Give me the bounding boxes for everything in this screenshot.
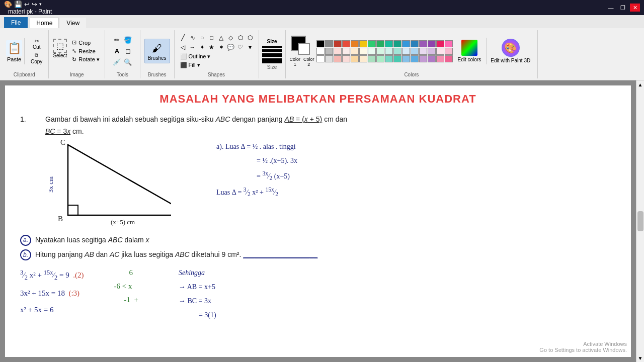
color-cell[interactable] — [351, 55, 359, 62]
color-cell[interactable] — [385, 40, 393, 47]
text-button[interactable]: A — [112, 46, 122, 56]
color-cell[interactable] — [385, 55, 393, 62]
shape-arrow[interactable]: → — [188, 43, 197, 52]
shape-line[interactable]: ╱ — [179, 33, 188, 42]
color-cell[interactable] — [419, 55, 427, 62]
rotate-button[interactable]: ↻ Rotate ▾ — [71, 56, 100, 63]
customize-icon[interactable]: ▾ — [39, 2, 42, 7]
cut-button[interactable]: ✂ Cut — [29, 37, 44, 51]
color-cell[interactable] — [411, 40, 419, 47]
color-cell[interactable] — [402, 40, 410, 47]
color-cell[interactable] — [393, 55, 401, 62]
fill-button[interactable]: 🪣 — [123, 35, 133, 45]
shape-diamond[interactable]: ◇ — [226, 33, 235, 42]
color-cell[interactable] — [334, 48, 342, 55]
fill-dropdown[interactable]: ⬛ Fill ▾ — [179, 61, 255, 69]
color-cell[interactable] — [445, 40, 453, 47]
size-4[interactable] — [262, 58, 282, 63]
eyedropper-button[interactable]: 💉 — [112, 57, 122, 67]
color-cell[interactable] — [402, 48, 410, 55]
scroll-thumb[interactable] — [637, 211, 643, 231]
color-cell[interactable] — [436, 40, 444, 47]
color-cell[interactable] — [351, 40, 359, 47]
color-cell[interactable] — [325, 55, 333, 62]
shape-curve[interactable]: ∿ — [188, 33, 197, 42]
size-2[interactable] — [262, 49, 282, 52]
color-cell[interactable] — [445, 48, 453, 55]
crop-button[interactable]: ⊡ Crop — [71, 39, 100, 46]
color-cell[interactable] — [402, 55, 410, 62]
color-cell[interactable] — [316, 40, 325, 47]
tab-home[interactable]: Home — [30, 18, 59, 28]
color-cell[interactable] — [342, 40, 350, 47]
tab-view[interactable]: View — [60, 18, 86, 28]
color-cell[interactable] — [368, 40, 376, 47]
shape-star4[interactable]: ✦ — [198, 43, 207, 52]
color-cell[interactable] — [325, 40, 333, 47]
color-cell[interactable] — [445, 55, 453, 62]
color-cell[interactable] — [428, 40, 436, 47]
color-cell[interactable] — [436, 55, 444, 62]
shape-rect[interactable]: □ — [207, 33, 216, 42]
shape-triangle[interactable]: △ — [217, 33, 226, 42]
redo-icon[interactable]: ↪ — [32, 1, 37, 8]
color-cell[interactable] — [368, 48, 376, 55]
color-cell[interactable] — [428, 55, 436, 62]
minimize-button[interactable]: — — [606, 4, 616, 12]
color-cell[interactable] — [393, 40, 401, 47]
color-cell[interactable] — [419, 40, 427, 47]
color-cell[interactable] — [411, 48, 419, 55]
color2-swatch[interactable] — [298, 43, 310, 55]
pencil-button[interactable]: ✏ — [112, 35, 122, 45]
scrollbar-right[interactable]: ▲ ▼ — [636, 80, 644, 362]
color-cell[interactable] — [359, 40, 367, 47]
eraser-button[interactable]: ◻ — [123, 46, 133, 56]
color-cell[interactable] — [385, 48, 393, 55]
maximize-button[interactable]: ❐ — [618, 4, 628, 12]
color-cell[interactable] — [411, 55, 419, 62]
shape-rright[interactable]: ◁ — [179, 43, 188, 52]
color-cell[interactable] — [325, 48, 333, 55]
color-cell[interactable] — [334, 40, 342, 47]
color-cell[interactable] — [316, 48, 325, 55]
paste-button[interactable]: 📋 Paste — [4, 38, 25, 64]
color-cell[interactable] — [342, 55, 350, 62]
edit-with-paint3d-button[interactable]: 🎨 Edit with Paint 3D — [486, 38, 533, 64]
close-button[interactable]: ✕ — [630, 4, 640, 12]
color-cell[interactable] — [368, 55, 376, 62]
tab-file[interactable]: File — [4, 17, 28, 28]
shape-hexagon[interactable]: ⬡ — [246, 33, 255, 42]
magnify-button[interactable]: 🔍 — [123, 57, 133, 67]
shape-pentagon[interactable]: ⬠ — [236, 33, 245, 42]
resize-button[interactable]: ⤡ Resize — [71, 47, 100, 55]
scroll-down-button[interactable]: ▼ — [636, 354, 645, 362]
outline-dropdown[interactable]: ⬜ Outline ▾ — [179, 53, 255, 60]
color-cell[interactable] — [376, 55, 384, 62]
color-cell[interactable] — [316, 55, 325, 62]
shape-callout[interactable]: 💬 — [226, 43, 235, 52]
undo-icon[interactable]: ↩ — [24, 1, 30, 8]
select-button[interactable]: ⬚ Select — [53, 39, 67, 63]
color-cell[interactable] — [334, 55, 342, 62]
color-cell[interactable] — [359, 55, 367, 62]
color-cell[interactable] — [342, 48, 350, 55]
color-cell[interactable] — [428, 48, 436, 55]
save-icon[interactable]: 💾 — [14, 1, 22, 8]
color-cell[interactable] — [376, 40, 384, 47]
edit-colors-button[interactable]: Edit colors — [455, 39, 485, 63]
copy-button[interactable]: ⧉ Copy — [29, 51, 44, 65]
color-cell[interactable] — [359, 48, 367, 55]
color-cell[interactable] — [393, 48, 401, 55]
shape-oval[interactable]: ○ — [198, 33, 207, 42]
size-1[interactable] — [262, 46, 282, 48]
size-3[interactable] — [262, 53, 282, 57]
canvas-area[interactable]: MASALAH YANG MELIBATKAN PERSAMAAN KUADRA… — [0, 80, 636, 362]
shape-star6[interactable]: ✶ — [217, 43, 226, 52]
brushes-button[interactable]: 🖌 Brushes — [144, 39, 170, 63]
shape-heart[interactable]: ♡ — [236, 43, 245, 52]
color-cell[interactable] — [376, 48, 384, 55]
color-cell[interactable] — [419, 48, 427, 55]
shape-star5[interactable]: ★ — [207, 43, 216, 52]
color-cell[interactable] — [351, 48, 359, 55]
scroll-up-button[interactable]: ▲ — [636, 80, 645, 88]
